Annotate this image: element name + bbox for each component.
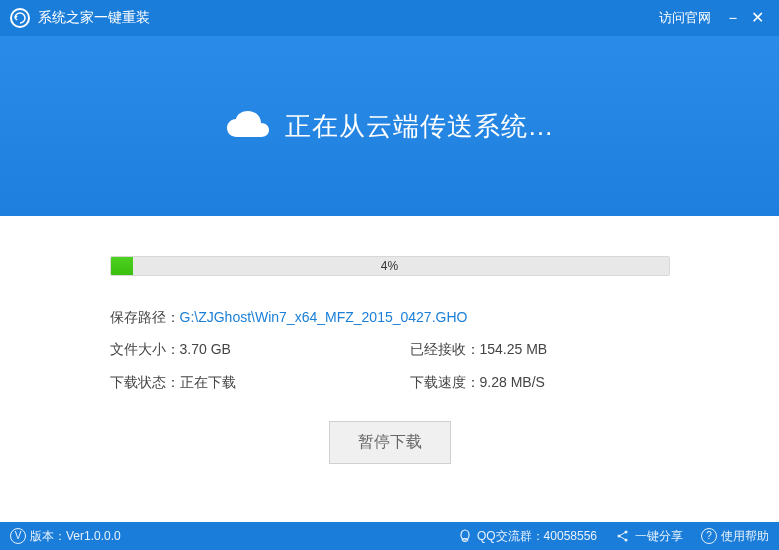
- help-link[interactable]: ? 使用帮助: [701, 528, 769, 545]
- statusbar: V 版本： Ver1.0.0.0 QQ交流群： 40058556 一键分享 ? …: [0, 522, 779, 550]
- share-link[interactable]: 一键分享: [615, 528, 683, 545]
- visit-site-link[interactable]: 访问官网: [659, 9, 711, 27]
- save-path-value[interactable]: G:\ZJGhost\Win7_x64_MFZ_2015_0427.GHO: [180, 306, 468, 328]
- help-label: 使用帮助: [721, 528, 769, 545]
- speed-label: 下载速度：: [410, 371, 480, 393]
- save-path-label: 保存路径：: [110, 306, 180, 328]
- banner-title: 正在从云端传送系统…: [285, 109, 555, 144]
- close-button[interactable]: ✕: [745, 10, 769, 26]
- status-label: 下载状态：: [110, 371, 180, 393]
- version-value: Ver1.0.0.0: [66, 529, 121, 543]
- svg-line-6: [620, 537, 625, 540]
- qq-icon: [457, 528, 473, 544]
- qq-group-link[interactable]: QQ交流群： 40058556: [457, 528, 597, 545]
- share-label: 一键分享: [635, 528, 683, 545]
- share-icon: [615, 528, 631, 544]
- cloud-icon: [225, 109, 271, 143]
- version-label: 版本：: [30, 528, 66, 545]
- help-icon: ?: [701, 528, 717, 544]
- app-title: 系统之家一键重装: [38, 9, 150, 27]
- file-size-label: 文件大小：: [110, 338, 180, 360]
- progress-percent-label: 4%: [111, 257, 669, 275]
- speed-value: 9.28 MB/S: [480, 371, 545, 393]
- received-value: 154.25 MB: [480, 338, 548, 360]
- content-area: 4% 保存路径： G:\ZJGhost\Win7_x64_MFZ_2015_04…: [0, 216, 779, 522]
- banner: 正在从云端传送系统…: [0, 36, 779, 216]
- progress-container: 4%: [110, 256, 670, 276]
- pause-download-button[interactable]: 暂停下载: [329, 421, 451, 464]
- progress-bar: 4%: [110, 256, 670, 276]
- received-label: 已经接收：: [410, 338, 480, 360]
- version-icon: V: [10, 528, 26, 544]
- qq-group-label: QQ交流群：: [477, 528, 544, 545]
- version-info: V 版本： Ver1.0.0.0: [10, 528, 121, 545]
- svg-line-5: [620, 533, 625, 536]
- file-size-value: 3.70 GB: [180, 338, 231, 360]
- titlebar: 系统之家一键重装 访问官网 － ✕: [0, 0, 779, 36]
- minimize-button[interactable]: －: [721, 10, 745, 26]
- status-value: 正在下载: [180, 371, 236, 393]
- qq-group-value: 40058556: [544, 529, 597, 543]
- app-logo-icon: [10, 8, 30, 28]
- download-info: 保存路径： G:\ZJGhost\Win7_x64_MFZ_2015_0427.…: [110, 306, 670, 393]
